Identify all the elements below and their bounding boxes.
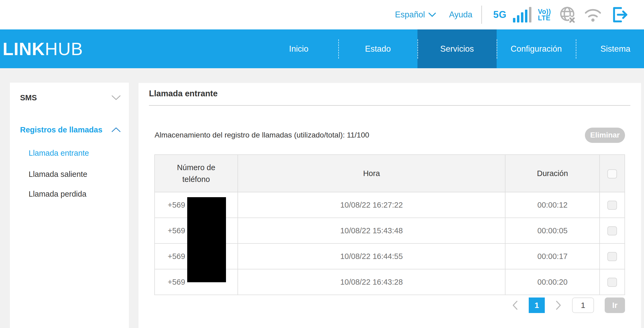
chevron-up-icon	[111, 127, 121, 133]
status-icons: 5G Vo)) LTE	[493, 6, 628, 23]
navbar: LINKHUB Inicio Estado Servicios Configur…	[0, 29, 644, 68]
sidebar-item-llamada-saliente[interactable]: Llamada saliente	[29, 167, 87, 181]
tab-estado[interactable]: Estado	[338, 29, 417, 68]
time-cell: 10/08/22 16:43:28	[238, 269, 505, 295]
checkbox-cell	[600, 218, 625, 243]
main-navigation: Inicio Estado Servicios Configuración Si…	[259, 29, 644, 68]
redacted-phone-numbers-overlay	[187, 197, 226, 282]
row-checkbox[interactable]	[607, 201, 617, 210]
previous-page-button[interactable]	[512, 300, 518, 310]
checkbox-cell	[600, 243, 625, 269]
row-checkbox[interactable]	[607, 226, 617, 235]
chevron-right-icon	[555, 300, 561, 310]
row-checkbox[interactable]	[607, 252, 617, 261]
column-header-duration: Duración	[505, 155, 600, 192]
select-all-checkbox[interactable]	[607, 169, 617, 178]
main-panel: Llamada entrante Almacenamiento del regi…	[139, 83, 641, 328]
time-cell: 10/08/22 16:44:55	[238, 243, 505, 269]
row-checkbox[interactable]	[607, 278, 617, 287]
sidebar-section-call-logs[interactable]: Registros de llamadas	[10, 122, 129, 138]
wifi-icon	[584, 7, 602, 22]
language-selector[interactable]: Español	[395, 10, 436, 20]
duration-cell: 00:00:20	[505, 269, 600, 295]
duration-cell: 00:00:05	[505, 218, 600, 243]
column-header-phone: Número de teléfono	[155, 155, 238, 192]
sidebar: SMS Registros de llamadas Llamada entran…	[10, 83, 129, 328]
logout-icon[interactable]	[611, 6, 628, 23]
volte-icon: Vo)) LTE	[538, 8, 551, 21]
sidebar-call-logs-label: Registros de llamadas	[20, 125, 102, 134]
logo-light: HUB	[45, 39, 83, 59]
storage-info-text: Almacenamiento del registro de llamadas …	[155, 131, 369, 139]
tab-configuracion[interactable]: Configuración	[497, 29, 576, 68]
duration-cell: 00:00:12	[505, 192, 600, 218]
storage-row: Almacenamiento del registro de llamadas …	[155, 128, 625, 143]
time-cell: 10/08/22 15:43:48	[238, 218, 505, 243]
sidebar-section-sms[interactable]: SMS	[10, 90, 129, 105]
current-page-button[interactable]: 1	[529, 298, 545, 313]
internet-disconnected-icon	[559, 6, 577, 23]
next-page-button[interactable]	[555, 300, 561, 310]
go-to-page-button[interactable]: Ir	[605, 298, 625, 313]
chevron-left-icon	[512, 300, 518, 310]
signal-strength-icon	[513, 7, 531, 22]
chevron-down-icon	[111, 95, 121, 101]
sidebar-item-llamada-entrante[interactable]: Llamada entrante	[29, 146, 89, 160]
sidebar-item-llamada-perdida[interactable]: Llamada perdida	[29, 187, 86, 201]
tab-inicio[interactable]: Inicio	[259, 29, 338, 68]
topbar: Español Ayuda 5G Vo)) LTE	[0, 0, 644, 29]
title-divider	[149, 105, 630, 106]
table-header-row: Número de teléfono Hora Duración	[155, 155, 625, 192]
page-title: Llamada entrante	[149, 89, 218, 98]
time-cell: 10/08/22 16:27:22	[238, 192, 505, 218]
page-number-input[interactable]	[572, 298, 594, 313]
network-type-badge: 5G	[493, 9, 507, 20]
checkbox-cell	[600, 192, 625, 218]
app-logo: LINKHUB	[3, 29, 83, 68]
select-all-cell	[600, 155, 625, 192]
tab-sistema[interactable]: Sistema	[576, 29, 644, 68]
delete-button[interactable]: Eliminar	[585, 128, 625, 143]
help-link[interactable]: Ayuda	[449, 10, 472, 20]
topbar-divider	[481, 6, 482, 24]
tab-servicios[interactable]: Servicios	[417, 29, 497, 68]
language-label: Español	[395, 10, 425, 20]
column-header-time: Hora	[238, 155, 505, 192]
chevron-down-icon	[428, 12, 436, 17]
duration-cell: 00:00:17	[505, 243, 600, 269]
logo-bold: LINK	[3, 39, 45, 59]
checkbox-cell	[600, 269, 625, 295]
pagination: 1 Ir	[512, 298, 625, 313]
sidebar-sms-label: SMS	[20, 93, 37, 102]
